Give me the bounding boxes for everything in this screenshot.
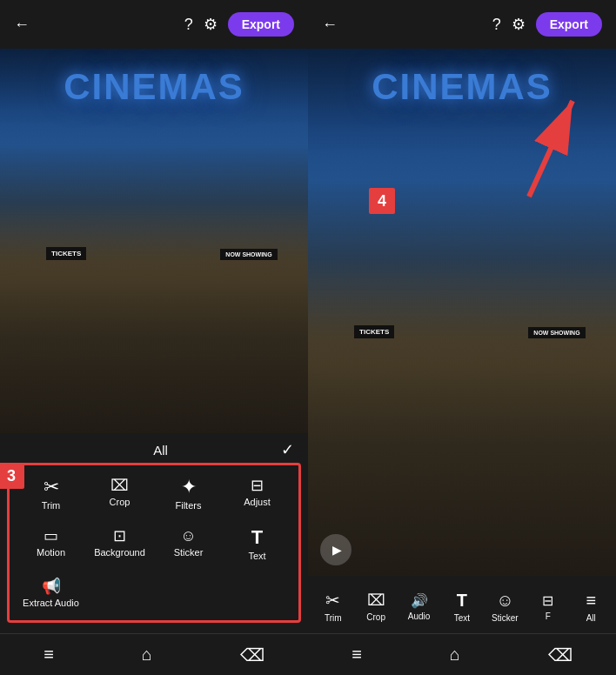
left-nav-left: ← <box>14 16 30 34</box>
right-text-label: Text <box>454 613 470 623</box>
text-icon: T <box>251 528 263 547</box>
right-panel: ← ? ⚙ Export CINEMAS TICKETS NOW SHOWING… <box>308 0 616 675</box>
text-label: Text <box>248 551 265 561</box>
left-nav-back-icon[interactable]: ⌫ <box>240 645 264 665</box>
right-nav-right: ? ⚙ Export <box>492 12 602 37</box>
right-nav-left: ← <box>322 16 338 34</box>
extract-audio-label: Extract Audio <box>23 598 79 608</box>
trim-label: Trim <box>42 500 61 511</box>
right-tool-all[interactable]: ≡ All <box>572 587 610 626</box>
tool-trim[interactable]: ✂ Trim <box>17 469 85 519</box>
sticker-icon: ☺ <box>180 528 196 544</box>
right-tool-sticker[interactable]: ☺ Sticker <box>485 587 524 626</box>
toolbar-title: All <box>40 443 281 458</box>
play-icon: ▶ <box>332 543 342 557</box>
right-all-label: All <box>586 613 596 623</box>
left-toolbar-area: All ✓ 3 ✂ Trim ⌧ Crop ✦ Filters <box>0 433 308 633</box>
right-nav-back-icon[interactable]: ⌫ <box>548 645 572 665</box>
adjust-icon: ⊟ <box>251 478 264 493</box>
right-f-icon: ⊟ <box>542 592 553 609</box>
left-panel: ← ? ⚙ Export CINEMAS TICKETS NOW SHOWING… <box>0 0 308 675</box>
play-button[interactable]: ▶ <box>320 534 352 565</box>
step3-indicator: 3 <box>0 463 24 489</box>
tools-container: 3 ✂ Trim ⌧ Crop ✦ Filters ⊟ Adjust <box>0 463 308 623</box>
right-toolbar: ✂ Trim ⌧ Crop 🔊 Audio T Text ☺ Sticker ⊟ <box>308 576 616 633</box>
right-text-icon: T <box>457 591 467 611</box>
right-audio-label: Audio <box>408 612 431 621</box>
tool-motion[interactable]: ▭ Motion <box>17 519 85 570</box>
tool-filters[interactable]: ✦ Filters <box>154 469 223 519</box>
background-label: Background <box>94 547 145 558</box>
left-bottom-nav: ≡ ⌂ ⌫ <box>0 633 308 675</box>
left-top-bar: ← ? ⚙ Export <box>0 0 308 49</box>
right-crop-label: Crop <box>366 612 385 622</box>
tool-text[interactable]: T Text <box>223 519 291 570</box>
tickets-sign-right: TICKETS <box>354 325 394 338</box>
right-f-label: F <box>546 612 551 621</box>
right-audio-icon: 🔊 <box>411 592 428 609</box>
right-trim-icon: ✂ <box>325 590 340 611</box>
left-export-button[interactable]: Export <box>228 12 294 37</box>
now-showing-right: NOW SHOWING <box>528 327 585 338</box>
filters-icon: ✦ <box>181 478 197 497</box>
left-video-preview: CINEMAS TICKETS NOW SHOWING <box>0 49 308 433</box>
crop-label: Crop <box>110 497 131 507</box>
tool-adjust[interactable]: ⊟ Adjust <box>223 469 291 519</box>
right-tools-row: ✂ Trim ⌧ Crop 🔊 Audio T Text ☺ Sticker ⊟ <box>311 583 613 630</box>
left-nav-menu-icon[interactable]: ≡ <box>44 645 54 665</box>
motion-icon: ▭ <box>44 528 58 544</box>
tool-sticker[interactable]: ☺ Sticker <box>154 519 223 570</box>
svg-line-1 <box>529 101 572 197</box>
right-tool-audio[interactable]: 🔊 Audio <box>400 589 439 625</box>
adjust-label: Adjust <box>244 497 271 507</box>
now-showing-left: NOW SHOWING <box>220 249 277 260</box>
tool-background[interactable]: ⊡ Background <box>85 519 154 570</box>
right-export-button[interactable]: Export <box>536 12 602 37</box>
right-nav-home-icon[interactable]: ⌂ <box>450 645 460 665</box>
right-trim-label: Trim <box>325 613 342 623</box>
right-help-button[interactable]: ? <box>492 16 501 34</box>
right-bottom-nav: ≡ ⌂ ⌫ <box>308 633 616 675</box>
right-nav-menu-icon[interactable]: ≡ <box>352 645 362 665</box>
extract-audio-icon: 📢 <box>42 578 61 594</box>
left-help-button[interactable]: ? <box>184 16 193 34</box>
tool-crop[interactable]: ⌧ Crop <box>85 469 154 519</box>
red-arrow <box>503 92 590 209</box>
right-tool-text[interactable]: T Text <box>443 587 481 626</box>
right-sticker-label: Sticker <box>492 613 519 623</box>
right-sticker-icon: ☺ <box>496 591 513 611</box>
tickets-sign-left: TICKETS <box>46 247 86 260</box>
crop-icon: ⌧ <box>110 478 129 493</box>
right-back-button[interactable]: ← <box>322 16 338 34</box>
sticker-label: Sticker <box>174 547 204 558</box>
right-tool-crop[interactable]: ⌧ Crop <box>357 587 395 625</box>
right-tool-trim[interactable]: ✂ Trim <box>314 586 352 626</box>
right-all-icon: ≡ <box>586 591 596 611</box>
left-back-button[interactable]: ← <box>14 16 30 34</box>
toolbar-header: All ✓ <box>0 433 308 463</box>
tool-extract-audio[interactable]: 📢 Extract Audio <box>17 570 85 617</box>
motion-label: Motion <box>37 547 65 558</box>
tools-grid: ✂ Trim ⌧ Crop ✦ Filters ⊟ Adjust ▭ <box>7 463 301 623</box>
right-video-preview: CINEMAS TICKETS NOW SHOWING 4 ▶ <box>308 49 616 576</box>
right-crop-icon: ⌧ <box>367 591 385 610</box>
check-icon[interactable]: ✓ <box>281 440 294 459</box>
cinema-sign-left: CINEMAS <box>64 66 244 108</box>
left-settings-button[interactable]: ⚙ <box>204 15 218 34</box>
step4-indicator: 4 <box>369 188 395 214</box>
background-icon: ⊡ <box>113 528 126 544</box>
left-nav-home-icon[interactable]: ⌂ <box>142 645 152 665</box>
trim-icon: ✂ <box>44 478 59 497</box>
right-settings-button[interactable]: ⚙ <box>512 15 526 34</box>
right-tool-f[interactable]: ⊟ F <box>529 589 567 625</box>
left-nav-right: ? ⚙ Export <box>184 12 294 37</box>
right-top-bar: ← ? ⚙ Export <box>308 0 616 49</box>
filters-label: Filters <box>176 500 202 511</box>
